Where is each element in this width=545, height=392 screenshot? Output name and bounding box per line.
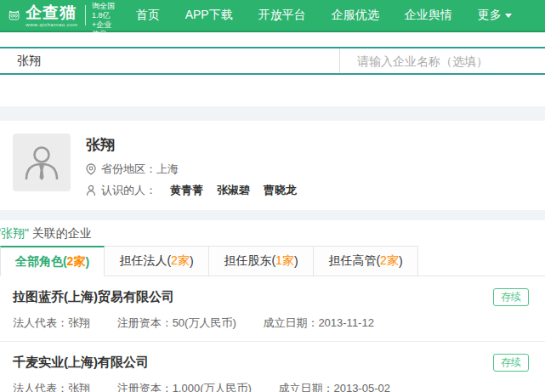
registered-capital: 注册资本：50(万人民币): [117, 316, 236, 329]
contacts-label: 认识的人：: [101, 183, 156, 198]
contacts-row: 认识的人： 黄青菁 张淑碧 曹晓龙: [86, 183, 297, 198]
tab-executive[interactable]: 担任高管(2家): [314, 246, 418, 276]
main-nav: 首页 APP下载 开放平台 企服优选 企业舆情 更多: [136, 8, 537, 23]
nav-item-services[interactable]: 企服优选: [332, 8, 379, 23]
site-logo[interactable]: 企查猫 www.qichamao.com 一键查询全国 1.8亿+企业信息: [9, 0, 117, 39]
registered-capital: 注册资本：1,000(万人民币): [117, 382, 252, 392]
tab-all-roles[interactable]: 全部角色(2家): [0, 246, 105, 276]
title-rest: 关联的企业: [29, 226, 92, 240]
company-row: 拉图蓝乔(上海)贸易有限公司 存续 法人代表：张翔 注册资本：50(万人民币) …: [0, 276, 545, 342]
person-avatar-icon: [21, 142, 62, 183]
company-name-link[interactable]: 拉图蓝乔(上海)贸易有限公司: [13, 289, 174, 305]
avatar: [13, 134, 71, 191]
company-name-link[interactable]: 千麦实业(上海)有限公司: [13, 355, 149, 371]
search-section: [0, 47, 545, 106]
status-badge: 存续: [493, 354, 529, 372]
person-profile-card: 张翔 省份地区： 上海 认识的人： 黄青菁 张淑碧 曹晓龙: [0, 121, 545, 210]
tab-shareholder[interactable]: 担任股东(1家): [209, 246, 314, 276]
role-tabs: 全部角色(2家) 担任法人(2家) 担任股东(1家) 担任高管(2家): [0, 246, 545, 276]
founded-date: 成立日期：2013-11-12: [263, 316, 374, 329]
location-pin-icon: [86, 163, 96, 175]
founded-date: 成立日期：2013-05-02: [278, 382, 390, 392]
region-row: 省份地区： 上海: [86, 162, 297, 177]
site-url: www.qichamao.com: [26, 22, 77, 27]
chevron-down-icon: [505, 14, 512, 18]
nav-item-app-download[interactable]: APP下载: [185, 8, 233, 23]
section-divider: [0, 106, 545, 121]
legal-rep: 法人代表：张翔: [13, 382, 90, 392]
company-name-input[interactable]: [340, 48, 545, 73]
nav-item-open-platform[interactable]: 开放平台: [258, 8, 306, 23]
title-keyword: "张翔": [0, 226, 29, 240]
person-name: 张翔: [86, 135, 297, 155]
related-companies-title: "张翔" 关联的企业: [0, 220, 545, 246]
contact-link[interactable]: 黄青菁: [170, 183, 203, 198]
search-box: [0, 47, 545, 75]
top-navbar: 企查猫 www.qichamao.com 一键查询全国 1.8亿+企业信息 首页…: [0, 0, 545, 32]
contact-link[interactable]: 张淑碧: [217, 183, 250, 198]
cat-logo-icon: [9, 4, 20, 26]
tab-legal-rep[interactable]: 担任法人(2家): [105, 246, 209, 276]
region-value: 上海: [156, 162, 179, 177]
legal-rep: 法人代表：张翔: [13, 316, 90, 329]
tagline-line1: 一键查询全国: [92, 0, 117, 11]
nav-item-more[interactable]: 更多: [478, 8, 512, 23]
region-label: 省份地区：: [101, 162, 156, 177]
site-name: 企查猫: [26, 4, 77, 20]
person-icon: [86, 185, 96, 196]
nav-item-sentiment[interactable]: 企业舆情: [405, 8, 452, 23]
tagline-line2: 1.8亿+企业信息: [92, 11, 117, 39]
status-badge: 存续: [493, 288, 529, 306]
contact-link[interactable]: 曹晓龙: [264, 183, 297, 198]
nav-item-home[interactable]: 首页: [136, 8, 160, 23]
section-divider: [0, 210, 545, 220]
person-search-input[interactable]: [0, 48, 339, 73]
company-row: 千麦实业(上海)有限公司 存续 法人代表：张翔 注册资本：1,000(万人民币)…: [0, 342, 545, 392]
